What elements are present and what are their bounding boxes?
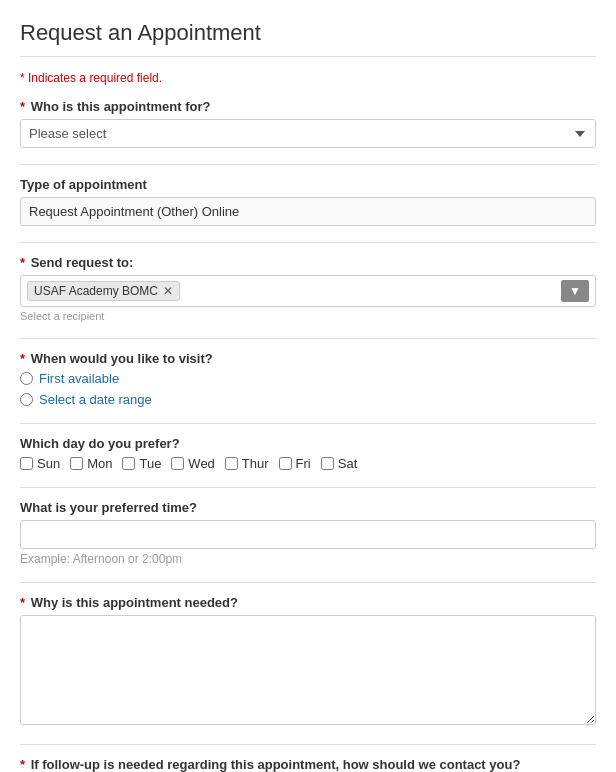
radio-date-range-input[interactable]	[20, 393, 33, 406]
preferred-time-section: What is your preferred time? Example: Af…	[20, 500, 596, 566]
divider-1	[20, 164, 596, 165]
radio-date-range[interactable]: Select a date range	[20, 392, 596, 407]
divider-7	[20, 744, 596, 745]
checkbox-wed-input[interactable]	[171, 457, 184, 470]
page-container: Request an Appointment * Indicates a req…	[0, 0, 616, 772]
day-checkbox-group: Sun Mon Tue Wed Thur Fri	[20, 456, 596, 471]
recipient-remove-button[interactable]: ✕	[163, 285, 173, 297]
why-needed-label: * Why is this appointment needed?	[20, 595, 596, 610]
when-visit-label: * When would you like to visit?	[20, 351, 596, 366]
divider-2	[20, 242, 596, 243]
checkbox-fri-input[interactable]	[279, 457, 292, 470]
which-day-section: Which day do you prefer? Sun Mon Tue Wed…	[20, 436, 596, 471]
radio-first-available-input[interactable]	[20, 372, 33, 385]
who-for-select[interactable]: Please select	[20, 119, 596, 148]
checkbox-mon-input[interactable]	[70, 457, 83, 470]
checkbox-sun-input[interactable]	[20, 457, 33, 470]
required-star-4: *	[20, 595, 25, 610]
checkbox-sun[interactable]: Sun	[20, 456, 60, 471]
checkbox-sat-input[interactable]	[321, 457, 334, 470]
checkbox-tue[interactable]: Tue	[122, 456, 161, 471]
divider-6	[20, 582, 596, 583]
send-request-to-section: * Send request to: USAF Academy BOMC ✕ ▼…	[20, 255, 596, 322]
recipient-container: USAF Academy BOMC ✕ ▼	[20, 275, 596, 307]
checkbox-mon[interactable]: Mon	[70, 456, 112, 471]
recipient-tag: USAF Academy BOMC ✕	[27, 281, 180, 301]
checkbox-thur[interactable]: Thur	[225, 456, 269, 471]
who-for-label: * Who is this appointment for?	[20, 99, 596, 114]
page-title: Request an Appointment	[20, 20, 596, 57]
recipient-hint: Select a recipient	[20, 310, 596, 322]
required-star-2: *	[20, 255, 25, 270]
who-for-section: * Who is this appointment for? Please se…	[20, 99, 596, 148]
which-day-label: Which day do you prefer?	[20, 436, 596, 451]
recipient-dropdown-button[interactable]: ▼	[561, 280, 589, 302]
checkbox-tue-input[interactable]	[122, 457, 135, 470]
appointment-type-value: Request Appointment (Other) Online	[20, 197, 596, 226]
when-visit-section: * When would you like to visit? First av…	[20, 351, 596, 407]
send-request-to-label: * Send request to:	[20, 255, 596, 270]
required-star-5: *	[20, 757, 25, 772]
required-star: *	[20, 99, 25, 114]
follow-up-section: * If follow-up is needed regarding this …	[20, 757, 596, 772]
why-needed-section: * Why is this appointment needed?	[20, 595, 596, 728]
required-star-3: *	[20, 351, 25, 366]
why-needed-textarea[interactable]	[20, 615, 596, 725]
divider-3	[20, 338, 596, 339]
required-note: * Indicates a required field.	[20, 71, 596, 85]
follow-up-label: * If follow-up is needed regarding this …	[20, 757, 596, 772]
preferred-time-hint: Example: Afternoon or 2:00pm	[20, 552, 596, 566]
divider-4	[20, 423, 596, 424]
checkbox-fri[interactable]: Fri	[279, 456, 311, 471]
when-visit-radio-group: First available Select a date range	[20, 371, 596, 407]
preferred-time-input[interactable]	[20, 520, 596, 549]
checkbox-thur-input[interactable]	[225, 457, 238, 470]
checkbox-wed[interactable]: Wed	[171, 456, 215, 471]
preferred-time-label: What is your preferred time?	[20, 500, 596, 515]
divider-5	[20, 487, 596, 488]
appointment-type-section: Type of appointment Request Appointment …	[20, 177, 596, 226]
radio-first-available[interactable]: First available	[20, 371, 596, 386]
checkbox-sat[interactable]: Sat	[321, 456, 358, 471]
appointment-type-label: Type of appointment	[20, 177, 596, 192]
